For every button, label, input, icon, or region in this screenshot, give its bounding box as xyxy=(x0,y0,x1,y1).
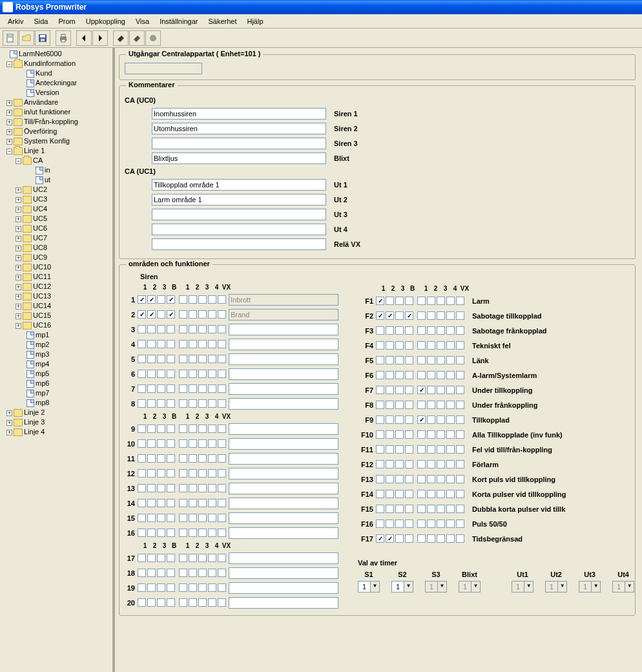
komment-input-uc1-4[interactable] xyxy=(152,238,326,250)
checkbox[interactable] xyxy=(218,439,226,448)
tree-expander[interactable]: + xyxy=(6,129,12,135)
area-text-12[interactable] xyxy=(229,468,338,479)
komment-input-uc1-0[interactable] xyxy=(152,179,326,191)
checkbox[interactable] xyxy=(218,583,226,592)
tree-ca-ut[interactable]: ut xyxy=(45,176,50,184)
checkbox[interactable] xyxy=(417,415,426,424)
checkbox[interactable] xyxy=(198,569,207,577)
checkbox[interactable] xyxy=(437,460,445,468)
checkbox[interactable] xyxy=(446,520,455,528)
checkbox[interactable] xyxy=(446,415,455,424)
checkbox[interactable] xyxy=(157,310,165,319)
checkbox[interactable] xyxy=(386,534,394,543)
tree-ca[interactable]: CA xyxy=(33,156,43,164)
checkbox[interactable] xyxy=(189,598,197,607)
checkbox[interactable] xyxy=(189,514,197,522)
checkbox[interactable] xyxy=(208,598,216,607)
checkbox[interactable] xyxy=(167,384,175,393)
checkbox[interactable] xyxy=(179,384,187,393)
checkbox[interactable] xyxy=(405,401,413,409)
checkbox[interactable] xyxy=(446,297,455,305)
checkbox[interactable] xyxy=(446,445,455,454)
checkbox[interactable] xyxy=(395,445,404,454)
checkbox[interactable] xyxy=(395,356,404,364)
checkbox[interactable] xyxy=(376,505,384,513)
checkbox[interactable] xyxy=(218,325,226,333)
checkbox[interactable] xyxy=(405,341,413,350)
checkbox[interactable] xyxy=(167,469,175,478)
checkbox[interactable] xyxy=(376,401,384,409)
checkbox[interactable] xyxy=(198,439,207,448)
checkbox[interactable] xyxy=(138,583,146,592)
checkbox[interactable] xyxy=(179,598,187,607)
checkbox[interactable] xyxy=(386,520,394,528)
checkbox[interactable] xyxy=(376,341,384,350)
toolbar-prev[interactable] xyxy=(76,30,92,46)
checkbox[interactable] xyxy=(157,569,165,577)
checkbox[interactable] xyxy=(386,386,394,394)
checkbox[interactable] xyxy=(208,355,216,363)
checkbox[interactable] xyxy=(456,505,464,513)
tree-uc9[interactable]: UC9 xyxy=(33,253,47,261)
checkbox[interactable] xyxy=(167,499,175,507)
checkbox[interactable] xyxy=(147,469,156,478)
timer-dropdown[interactable]: ▼ xyxy=(404,581,413,593)
checkbox[interactable] xyxy=(395,371,404,379)
checkbox[interactable] xyxy=(189,554,197,562)
checkbox[interactable] xyxy=(446,490,455,498)
checkbox[interactable] xyxy=(395,490,404,498)
checkbox[interactable] xyxy=(437,326,445,335)
tree-expander[interactable]: + xyxy=(16,236,21,242)
checkbox[interactable] xyxy=(167,370,175,378)
tree-expander[interactable]: + xyxy=(16,255,21,261)
checkbox[interactable] xyxy=(395,311,404,320)
komment-input-uc0-3[interactable] xyxy=(152,152,326,164)
checkbox[interactable] xyxy=(138,355,146,363)
checkbox[interactable] xyxy=(446,386,455,394)
tree-ca-in[interactable]: in xyxy=(45,166,50,174)
checkbox[interactable] xyxy=(147,598,156,607)
checkbox[interactable] xyxy=(208,325,216,333)
tree-expander[interactable]: + xyxy=(16,246,21,251)
checkbox[interactable] xyxy=(157,454,165,463)
tree-mp8[interactable]: mp8 xyxy=(36,399,49,406)
checkbox[interactable] xyxy=(157,529,165,537)
checkbox[interactable] xyxy=(376,460,384,468)
area-text-15[interactable] xyxy=(229,512,338,524)
checkbox[interactable] xyxy=(417,386,426,394)
checkbox[interactable] xyxy=(405,356,413,364)
tree-uc8[interactable]: UC8 xyxy=(33,244,47,251)
checkbox[interactable] xyxy=(208,529,216,537)
checkbox[interactable] xyxy=(189,484,197,492)
komment-input-uc1-3[interactable] xyxy=(152,224,326,235)
checkbox[interactable] xyxy=(417,311,426,320)
menu-visa[interactable]: Visa xyxy=(130,16,154,26)
tree-överföring[interactable]: Överföring xyxy=(24,127,57,135)
checkbox[interactable] xyxy=(395,401,404,409)
checkbox[interactable] xyxy=(167,554,175,562)
checkbox[interactable] xyxy=(138,325,146,333)
checkbox[interactable] xyxy=(395,520,404,528)
checkbox[interactable] xyxy=(218,295,226,304)
checkbox[interactable] xyxy=(386,505,394,513)
area-text-6[interactable] xyxy=(229,368,338,380)
checkbox[interactable] xyxy=(147,295,156,304)
checkbox[interactable] xyxy=(427,520,435,528)
checkbox[interactable] xyxy=(179,554,187,562)
tree-version[interactable]: Version xyxy=(36,89,59,96)
checkbox[interactable] xyxy=(147,484,156,492)
checkbox[interactable] xyxy=(427,415,435,424)
checkbox[interactable] xyxy=(437,311,445,320)
checkbox[interactable] xyxy=(417,297,426,305)
checkbox[interactable] xyxy=(446,430,455,439)
checkbox[interactable] xyxy=(147,384,156,393)
checkbox[interactable] xyxy=(395,415,404,424)
checkbox[interactable] xyxy=(167,583,175,592)
checkbox[interactable] xyxy=(437,430,445,439)
checkbox[interactable] xyxy=(218,399,226,408)
tree-användare[interactable]: Användare xyxy=(24,98,58,106)
checkbox[interactable] xyxy=(456,311,464,320)
checkbox[interactable] xyxy=(405,490,413,498)
checkbox[interactable] xyxy=(427,460,435,468)
checkbox[interactable] xyxy=(456,386,464,394)
